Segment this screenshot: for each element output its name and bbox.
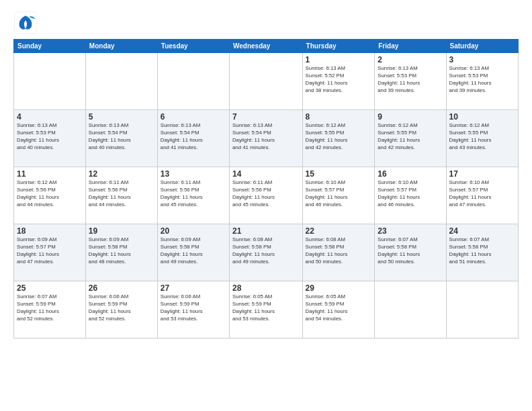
svg-rect-0 — [15, 12, 36, 34]
day-info: Sunrise: 6:13 AMSunset: 5:54 PMDaylight:… — [161, 122, 226, 152]
day-info: Sunrise: 6:13 AMSunset: 5:54 PMDaylight:… — [89, 122, 154, 152]
day-info: Sunrise: 6:13 AMSunset: 5:53 PMDaylight:… — [449, 65, 515, 95]
calendar-cell: 28Sunrise: 6:05 AMSunset: 5:59 PMDayligh… — [229, 281, 302, 338]
day-number: 3 — [449, 55, 515, 64]
calendar-cell: 6Sunrise: 6:13 AMSunset: 5:54 PMDaylight… — [157, 110, 229, 167]
logo-icon — [13, 11, 38, 35]
day-info: Sunrise: 6:11 AMSunset: 5:56 PMDaylight:… — [232, 179, 300, 209]
day-info: Sunrise: 6:10 AMSunset: 5:57 PMDaylight:… — [449, 179, 515, 209]
day-number: 2 — [378, 55, 443, 64]
day-number: 22 — [306, 226, 372, 236]
calendar-cell — [14, 53, 86, 110]
calendar-cell: 7Sunrise: 6:13 AMSunset: 5:54 PMDaylight… — [229, 110, 302, 167]
day-number: 6 — [161, 112, 226, 122]
day-number: 1 — [306, 55, 372, 64]
calendar-cell: 27Sunrise: 6:06 AMSunset: 5:59 PMDayligh… — [157, 281, 229, 338]
col-header-thursday: Thursday — [302, 40, 375, 53]
calendar-week-4: 18Sunrise: 6:09 AMSunset: 5:57 PMDayligh… — [14, 224, 519, 281]
day-number: 8 — [306, 112, 372, 122]
calendar-cell: 18Sunrise: 6:09 AMSunset: 5:57 PMDayligh… — [14, 224, 86, 281]
day-info: Sunrise: 6:07 AMSunset: 5:58 PMDaylight:… — [449, 236, 515, 266]
day-number: 25 — [17, 283, 83, 293]
day-info: Sunrise: 6:11 AMSunset: 5:56 PMDaylight:… — [89, 179, 154, 209]
calendar-cell — [157, 53, 229, 110]
day-number: 20 — [161, 226, 226, 236]
calendar-cell: 29Sunrise: 6:05 AMSunset: 5:59 PMDayligh… — [302, 281, 375, 338]
day-number: 16 — [378, 169, 443, 179]
day-number: 29 — [306, 283, 372, 293]
day-info: Sunrise: 6:12 AMSunset: 5:55 PMDaylight:… — [306, 122, 372, 152]
calendar-cell: 25Sunrise: 6:07 AMSunset: 5:59 PMDayligh… — [14, 281, 86, 338]
logo — [13, 11, 40, 35]
header — [13, 11, 519, 35]
calendar-cell: 4Sunrise: 6:13 AMSunset: 5:53 PMDaylight… — [14, 110, 86, 167]
calendar-cell: 10Sunrise: 6:12 AMSunset: 5:55 PMDayligh… — [446, 110, 518, 167]
calendar-cell: 12Sunrise: 6:11 AMSunset: 5:56 PMDayligh… — [85, 167, 157, 224]
calendar-cell: 11Sunrise: 6:12 AMSunset: 5:56 PMDayligh… — [14, 167, 86, 224]
day-number: 12 — [89, 169, 154, 179]
calendar-week-1: 1Sunrise: 6:13 AMSunset: 5:52 PMDaylight… — [14, 53, 519, 110]
calendar-week-2: 4Sunrise: 6:13 AMSunset: 5:53 PMDaylight… — [14, 110, 519, 167]
day-number: 7 — [232, 112, 300, 122]
day-info: Sunrise: 6:10 AMSunset: 5:57 PMDaylight:… — [378, 179, 443, 209]
day-number: 13 — [161, 169, 226, 179]
calendar-cell: 9Sunrise: 6:12 AMSunset: 5:55 PMDaylight… — [375, 110, 446, 167]
calendar-cell — [446, 281, 518, 338]
calendar-cell: 13Sunrise: 6:11 AMSunset: 5:56 PMDayligh… — [157, 167, 229, 224]
day-number: 15 — [306, 169, 372, 179]
day-info: Sunrise: 6:12 AMSunset: 5:55 PMDaylight:… — [378, 122, 443, 152]
calendar-week-5: 25Sunrise: 6:07 AMSunset: 5:59 PMDayligh… — [14, 281, 519, 338]
calendar-cell: 19Sunrise: 6:09 AMSunset: 5:58 PMDayligh… — [85, 224, 157, 281]
calendar-cell: 20Sunrise: 6:09 AMSunset: 5:58 PMDayligh… — [157, 224, 229, 281]
calendar-cell: 15Sunrise: 6:10 AMSunset: 5:57 PMDayligh… — [302, 167, 375, 224]
day-number: 23 — [378, 226, 443, 236]
day-info: Sunrise: 6:06 AMSunset: 5:59 PMDaylight:… — [161, 293, 226, 323]
day-info: Sunrise: 6:09 AMSunset: 5:58 PMDaylight:… — [161, 236, 226, 266]
col-header-wednesday: Wednesday — [229, 40, 302, 53]
calendar-cell: 17Sunrise: 6:10 AMSunset: 5:57 PMDayligh… — [446, 167, 518, 224]
day-info: Sunrise: 6:08 AMSunset: 5:58 PMDaylight:… — [306, 236, 372, 266]
day-number: 24 — [449, 226, 515, 236]
col-header-sunday: Sunday — [14, 40, 86, 53]
day-number: 9 — [378, 112, 443, 122]
calendar-cell — [375, 281, 446, 338]
day-info: Sunrise: 6:09 AMSunset: 5:58 PMDaylight:… — [89, 236, 154, 266]
day-info: Sunrise: 6:13 AMSunset: 5:52 PMDaylight:… — [306, 65, 372, 95]
calendar-cell: 16Sunrise: 6:10 AMSunset: 5:57 PMDayligh… — [375, 167, 446, 224]
calendar-week-3: 11Sunrise: 6:12 AMSunset: 5:56 PMDayligh… — [14, 167, 519, 224]
day-info: Sunrise: 6:12 AMSunset: 5:55 PMDaylight:… — [449, 122, 515, 152]
calendar-cell: 21Sunrise: 6:08 AMSunset: 5:58 PMDayligh… — [229, 224, 302, 281]
day-info: Sunrise: 6:05 AMSunset: 5:59 PMDaylight:… — [232, 293, 300, 323]
calendar-header-row: SundayMondayTuesdayWednesdayThursdayFrid… — [14, 40, 519, 53]
col-header-tuesday: Tuesday — [157, 40, 229, 53]
day-info: Sunrise: 6:08 AMSunset: 5:58 PMDaylight:… — [232, 236, 300, 266]
day-info: Sunrise: 6:13 AMSunset: 5:53 PMDaylight:… — [378, 65, 443, 95]
col-header-friday: Friday — [375, 40, 446, 53]
day-number: 18 — [17, 226, 83, 236]
col-header-monday: Monday — [85, 40, 157, 53]
calendar-cell: 22Sunrise: 6:08 AMSunset: 5:58 PMDayligh… — [302, 224, 375, 281]
day-number: 17 — [449, 169, 515, 179]
calendar-cell: 24Sunrise: 6:07 AMSunset: 5:58 PMDayligh… — [446, 224, 518, 281]
calendar-cell: 2Sunrise: 6:13 AMSunset: 5:53 PMDaylight… — [375, 53, 446, 110]
day-info: Sunrise: 6:07 AMSunset: 5:58 PMDaylight:… — [378, 236, 443, 266]
page: SundayMondayTuesdayWednesdayThursdayFrid… — [0, 0, 532, 411]
calendar-cell: 8Sunrise: 6:12 AMSunset: 5:55 PMDaylight… — [302, 110, 375, 167]
day-info: Sunrise: 6:13 AMSunset: 5:54 PMDaylight:… — [232, 122, 300, 152]
calendar-cell: 3Sunrise: 6:13 AMSunset: 5:53 PMDaylight… — [446, 53, 518, 110]
day-number: 27 — [161, 283, 226, 293]
calendar-cell: 26Sunrise: 6:06 AMSunset: 5:59 PMDayligh… — [85, 281, 157, 338]
day-number: 4 — [17, 112, 83, 122]
day-number: 19 — [89, 226, 154, 236]
day-info: Sunrise: 6:12 AMSunset: 5:56 PMDaylight:… — [17, 179, 83, 209]
calendar-cell: 23Sunrise: 6:07 AMSunset: 5:58 PMDayligh… — [375, 224, 446, 281]
calendar-cell — [229, 53, 302, 110]
day-number: 10 — [449, 112, 515, 122]
day-info: Sunrise: 6:11 AMSunset: 5:56 PMDaylight:… — [161, 179, 226, 209]
col-header-saturday: Saturday — [446, 40, 518, 53]
day-info: Sunrise: 6:13 AMSunset: 5:53 PMDaylight:… — [17, 122, 83, 152]
day-number: 11 — [17, 169, 83, 179]
day-info: Sunrise: 6:06 AMSunset: 5:59 PMDaylight:… — [89, 293, 154, 323]
day-info: Sunrise: 6:10 AMSunset: 5:57 PMDaylight:… — [306, 179, 372, 209]
day-number: 28 — [232, 283, 300, 293]
